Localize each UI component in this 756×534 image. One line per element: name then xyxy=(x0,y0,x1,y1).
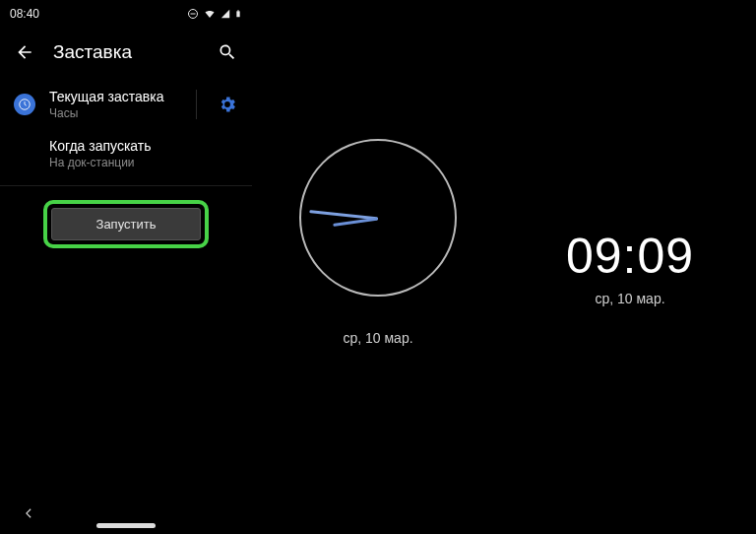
nav-back-button[interactable] xyxy=(22,506,35,524)
row-current-main: Текущая заставка Часы xyxy=(49,89,182,120)
hour-hand xyxy=(333,218,378,227)
header: Заставка xyxy=(0,24,252,79)
status-time: 08:40 xyxy=(10,7,39,21)
gear-icon xyxy=(218,95,237,114)
screensaver-digital: 09:09 ср, 10 мар. xyxy=(504,0,756,534)
row-current-title: Текущая заставка xyxy=(49,89,182,104)
analog-date: ср, 10 мар. xyxy=(343,330,412,346)
digital-date: ср, 10 мар. xyxy=(595,291,664,306)
search-button[interactable] xyxy=(217,41,238,63)
settings-panel: 08:40 Заставка Текущая заставка Часы xyxy=(0,0,252,534)
row-current-subtitle: Часы xyxy=(49,106,182,120)
status-bar: 08:40 xyxy=(0,0,252,24)
clock-app-icon xyxy=(14,94,35,115)
status-icons xyxy=(187,8,242,20)
dnd-icon xyxy=(187,8,199,20)
battery-icon xyxy=(234,8,242,20)
row-when-main: Когда запускать На док-станции xyxy=(49,138,238,169)
row-when-subtitle: На док-станции xyxy=(49,156,238,169)
screensaver-settings-button[interactable] xyxy=(217,94,238,115)
row-when-title: Когда запускать xyxy=(49,138,238,154)
digital-time: 09:09 xyxy=(566,228,694,285)
navigation-bar xyxy=(0,523,252,528)
analog-clock-face xyxy=(299,139,457,297)
wifi-icon xyxy=(203,8,217,20)
back-button[interactable] xyxy=(14,41,35,63)
svg-rect-3 xyxy=(237,10,238,11)
chevron-left-icon xyxy=(22,506,35,520)
page-title: Заставка xyxy=(53,41,199,63)
row-divider xyxy=(196,90,197,119)
launch-highlight: Запустить xyxy=(43,200,209,248)
nav-home-pill[interactable] xyxy=(96,523,156,528)
arrow-back-icon xyxy=(15,42,34,62)
row-when-to-start[interactable]: Когда запускать На док-станции xyxy=(0,130,252,181)
screensaver-analog: ср, 10 мар. xyxy=(252,0,504,534)
svg-rect-2 xyxy=(236,11,239,17)
row-current-screensaver[interactable]: Текущая заставка Часы xyxy=(0,79,252,130)
signal-icon xyxy=(220,8,230,20)
divider xyxy=(0,185,252,186)
launch-button[interactable]: Запустить xyxy=(51,208,201,240)
search-icon xyxy=(218,42,237,62)
